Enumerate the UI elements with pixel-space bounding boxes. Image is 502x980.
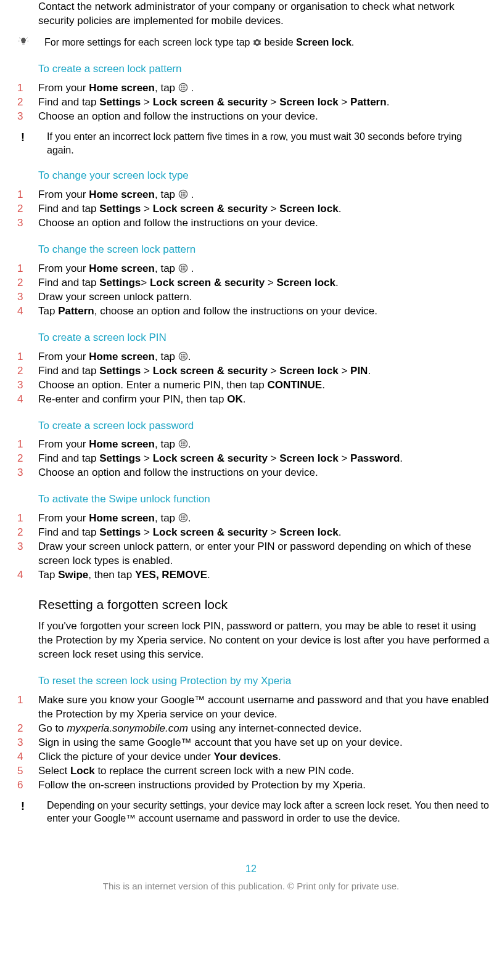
svg-point-23 [181, 195, 182, 197]
warning-text: Depending on your security settings, you… [47, 799, 490, 825]
svg-point-64 [183, 519, 184, 520]
svg-point-18 [183, 192, 184, 194]
intro-paragraph: Contact the network administrator of you… [38, 0, 490, 28]
svg-point-28 [183, 266, 184, 267]
svg-point-24 [183, 195, 184, 197]
svg-point-54 [183, 445, 184, 446]
heading-swipe: To activate the Swipe unlock function [38, 492, 490, 507]
svg-point-11 [183, 87, 184, 88]
lightbulb-icon [12, 36, 44, 51]
steps-reset-xperia: Make sure you know your Google™ account … [12, 693, 490, 793]
heading-create-pin: To create a screen lock PIN [38, 331, 490, 345]
svg-point-55 [184, 445, 185, 446]
svg-point-33 [181, 269, 182, 271]
heading-change-pattern: To change the screen lock pattern [38, 243, 490, 257]
svg-point-45 [184, 357, 185, 358]
heading-reset-xperia: To reset the screen lock using Protectio… [38, 674, 490, 688]
svg-point-39 [184, 354, 185, 355]
svg-line-2 [19, 38, 20, 38]
reset-paragraph: If you've forgotten your screen lock PIN… [38, 619, 490, 662]
apps-icon [178, 189, 188, 199]
svg-point-15 [184, 89, 185, 90]
svg-point-42 [184, 356, 185, 357]
svg-point-32 [184, 267, 185, 269]
svg-point-49 [184, 442, 185, 443]
footer-note: This is an internet version of this publ… [12, 880, 490, 901]
svg-point-19 [184, 192, 185, 194]
svg-point-59 [184, 516, 185, 517]
steps-create-password: From your Home screen, tap . Find and ta… [12, 438, 490, 480]
svg-point-58 [183, 516, 184, 517]
svg-point-60 [181, 517, 182, 518]
svg-point-52 [184, 443, 185, 444]
svg-point-62 [184, 517, 185, 518]
svg-point-8 [183, 86, 184, 87]
svg-point-31 [183, 267, 184, 269]
svg-point-47 [181, 442, 182, 443]
svg-point-63 [181, 519, 182, 520]
svg-point-65 [184, 519, 185, 520]
heading-reset: Resetting a forgotten screen lock [38, 596, 490, 613]
svg-point-41 [183, 356, 184, 357]
svg-point-37 [181, 354, 182, 355]
steps-swipe: From your Home screen, tap . Find and ta… [12, 512, 490, 582]
exclamation-icon: ! [12, 130, 47, 145]
svg-point-10 [181, 87, 182, 88]
svg-point-20 [181, 194, 182, 195]
heading-create-pattern: To create a screen lock pattern [38, 62, 490, 76]
page-number: 12 [12, 862, 490, 876]
svg-point-12 [184, 87, 185, 88]
svg-point-50 [181, 443, 182, 444]
svg-point-61 [183, 517, 184, 518]
svg-point-17 [181, 192, 182, 194]
svg-point-29 [184, 266, 185, 267]
svg-point-22 [184, 194, 185, 195]
steps-create-pin: From your Home screen, tap . Find and ta… [12, 350, 490, 407]
svg-point-48 [183, 442, 184, 443]
svg-point-21 [183, 194, 184, 195]
apps-icon [178, 83, 188, 92]
steps-change-pattern: From your Home screen, tap . Find and ta… [12, 262, 490, 319]
apps-icon [178, 351, 188, 361]
apps-icon [178, 439, 188, 449]
svg-point-51 [183, 443, 184, 444]
svg-point-25 [184, 195, 185, 197]
steps-create-pattern: From your Home screen, tap . Find and ta… [12, 81, 490, 124]
svg-point-14 [183, 89, 184, 90]
svg-point-30 [181, 267, 182, 269]
warning-text: If you enter an incorrect lock pattern f… [47, 130, 490, 157]
svg-point-7 [181, 86, 182, 87]
svg-point-53 [181, 445, 182, 446]
svg-line-3 [27, 38, 27, 38]
svg-point-9 [184, 86, 185, 87]
heading-change-type: To change your screen lock type [38, 169, 490, 183]
exclamation-icon: ! [12, 799, 47, 814]
apps-icon [178, 513, 188, 523]
svg-point-40 [181, 356, 182, 357]
svg-point-13 [181, 89, 182, 90]
svg-point-27 [181, 266, 182, 267]
warning-row: ! If you enter an incorrect lock pattern… [12, 130, 490, 157]
svg-point-44 [183, 357, 184, 358]
svg-rect-0 [22, 44, 25, 44]
svg-point-34 [183, 269, 184, 271]
svg-point-38 [183, 354, 184, 355]
warning-row: ! Depending on your security settings, y… [12, 799, 490, 825]
svg-point-57 [181, 516, 182, 517]
steps-change-type: From your Home screen, tap . Find and ta… [12, 188, 490, 231]
tip-text: For more settings for each screen lock t… [44, 36, 490, 49]
svg-point-35 [184, 269, 185, 271]
svg-point-43 [181, 357, 182, 358]
heading-create-password: To create a screen lock password [38, 419, 490, 433]
gear-icon [253, 38, 261, 47]
tip-row: For more settings for each screen lock t… [12, 36, 490, 51]
apps-icon [178, 263, 188, 273]
